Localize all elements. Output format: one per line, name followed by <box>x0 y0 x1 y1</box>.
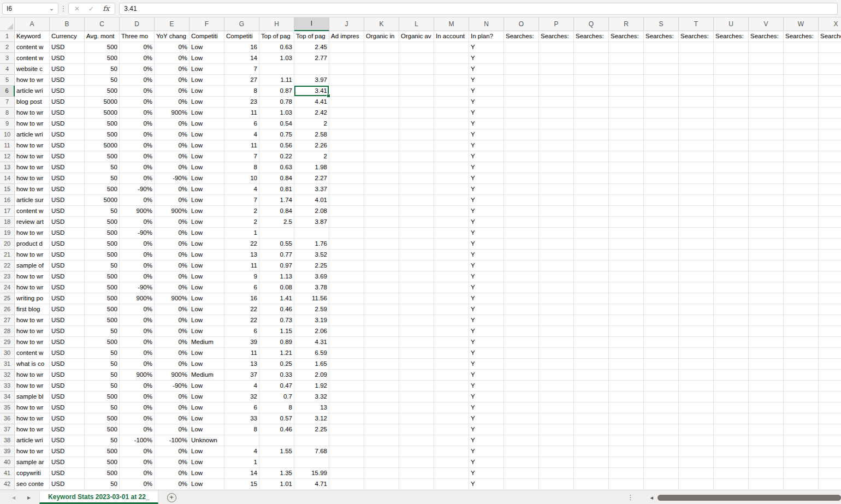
cell-T31[interactable] <box>679 359 714 370</box>
cell-M21[interactable] <box>434 250 469 260</box>
cell-K37[interactable] <box>364 424 399 435</box>
cell-J15[interactable] <box>329 184 364 195</box>
cell-D35[interactable]: 0% <box>120 402 155 413</box>
cell-D22[interactable]: 0% <box>120 260 155 271</box>
cell-D38[interactable]: -100% <box>120 435 155 446</box>
cell-H34[interactable]: 0.7 <box>259 392 294 402</box>
cell-C31[interactable]: 50 <box>85 359 120 370</box>
scrollbar-thumb[interactable] <box>658 495 841 501</box>
cell-L5[interactable] <box>399 75 434 86</box>
cell-P8[interactable] <box>539 108 574 118</box>
row-header-11[interactable]: 11 <box>0 140 15 151</box>
cell-T18[interactable] <box>679 217 714 228</box>
column-header-V[interactable]: V <box>749 17 784 31</box>
cell-K26[interactable] <box>364 304 399 315</box>
cell-E39[interactable]: 0% <box>155 446 189 457</box>
cell-G25[interactable]: 16 <box>224 293 259 304</box>
cell-G23[interactable]: 9 <box>224 271 259 282</box>
cell-U29[interactable] <box>714 337 749 348</box>
cell-B8[interactable]: USD <box>50 108 85 118</box>
cell-O23[interactable] <box>504 271 539 282</box>
cell-D31[interactable]: 0% <box>120 359 155 370</box>
cell-F34[interactable]: Low <box>189 392 224 402</box>
cell-G21[interactable]: 13 <box>224 250 259 260</box>
column-header-R[interactable]: R <box>609 17 644 31</box>
cell-M30[interactable] <box>434 348 469 359</box>
cell-B11[interactable]: USD <box>50 140 85 151</box>
cell-B10[interactable]: USD <box>50 129 85 140</box>
cell-I26[interactable]: 2.59 <box>294 304 329 315</box>
cell-E2[interactable]: 0% <box>155 42 189 53</box>
row-header-27[interactable]: 27 <box>0 315 15 326</box>
row-header-18[interactable]: 18 <box>0 217 15 228</box>
cell-K20[interactable] <box>364 239 399 250</box>
cell-N15[interactable]: Y <box>469 184 504 195</box>
cell-E41[interactable]: 0% <box>155 468 189 479</box>
cell-U38[interactable] <box>714 435 749 446</box>
cell-C13[interactable]: 50 <box>85 162 120 173</box>
cell-V24[interactable] <box>749 282 784 293</box>
cell-L24[interactable] <box>399 282 434 293</box>
cell-S14[interactable] <box>644 173 679 184</box>
cell-G1[interactable]: Competiti <box>224 31 259 42</box>
cell-N4[interactable]: Y <box>469 64 504 75</box>
cell-F24[interactable]: Low <box>189 282 224 293</box>
cell-D11[interactable]: 0% <box>120 140 155 151</box>
cell-M23[interactable] <box>434 271 469 282</box>
cell-G16[interactable]: 7 <box>224 195 259 206</box>
cell-P25[interactable] <box>539 293 574 304</box>
cell-R35[interactable] <box>609 402 644 413</box>
cell-T10[interactable] <box>679 129 714 140</box>
cell-O26[interactable] <box>504 304 539 315</box>
row-header-29[interactable]: 29 <box>0 337 15 348</box>
cell-K36[interactable] <box>364 413 399 424</box>
cell-L6[interactable] <box>399 86 434 97</box>
cell-Q3[interactable] <box>574 53 609 64</box>
cell-A41[interactable]: copywriti <box>15 468 50 479</box>
cell-K29[interactable] <box>364 337 399 348</box>
cell-J19[interactable] <box>329 228 364 239</box>
cell-U11[interactable] <box>714 140 749 151</box>
cell-A33[interactable]: how to wr <box>15 381 50 392</box>
cell-T16[interactable] <box>679 195 714 206</box>
cell-F17[interactable]: Low <box>189 206 224 217</box>
cell-W32[interactable] <box>784 370 819 381</box>
cell-V31[interactable] <box>749 359 784 370</box>
cell-L40[interactable] <box>399 457 434 468</box>
cell-H24[interactable]: 0.08 <box>259 282 294 293</box>
cell-C34[interactable]: 500 <box>85 392 120 402</box>
cell-L16[interactable] <box>399 195 434 206</box>
cell-C14[interactable]: 50 <box>85 173 120 184</box>
cell-K28[interactable] <box>364 326 399 337</box>
cell-D15[interactable]: -90% <box>120 184 155 195</box>
cell-K31[interactable] <box>364 359 399 370</box>
cell-H3[interactable]: 1.03 <box>259 53 294 64</box>
cell-O15[interactable] <box>504 184 539 195</box>
cell-F13[interactable]: Low <box>189 162 224 173</box>
cell-C39[interactable]: 500 <box>85 446 120 457</box>
cell-U12[interactable] <box>714 151 749 162</box>
row-header-21[interactable]: 21 <box>0 250 15 260</box>
row-header-12[interactable]: 12 <box>0 151 15 162</box>
cell-P19[interactable] <box>539 228 574 239</box>
cell-F36[interactable]: Low <box>189 413 224 424</box>
cell-D21[interactable]: 0% <box>120 250 155 260</box>
cell-L18[interactable] <box>399 217 434 228</box>
row-header-14[interactable]: 14 <box>0 173 15 184</box>
cell-N6[interactable]: Y <box>469 86 504 97</box>
cell-I12[interactable]: 2 <box>294 151 329 162</box>
cell-O1[interactable]: Searches: <box>504 31 539 42</box>
cell-U20[interactable] <box>714 239 749 250</box>
cell-N7[interactable]: Y <box>469 97 504 108</box>
cell-R34[interactable] <box>609 392 644 402</box>
cell-G20[interactable]: 22 <box>224 239 259 250</box>
cell-R18[interactable] <box>609 217 644 228</box>
cell-X5[interactable] <box>819 75 841 86</box>
cell-M15[interactable] <box>434 184 469 195</box>
cell-D37[interactable]: 0% <box>120 424 155 435</box>
cell-N42[interactable]: Y <box>469 479 504 490</box>
cell-Q27[interactable] <box>574 315 609 326</box>
cell-N5[interactable]: Y <box>469 75 504 86</box>
cell-O10[interactable] <box>504 129 539 140</box>
cell-S42[interactable] <box>644 479 679 490</box>
